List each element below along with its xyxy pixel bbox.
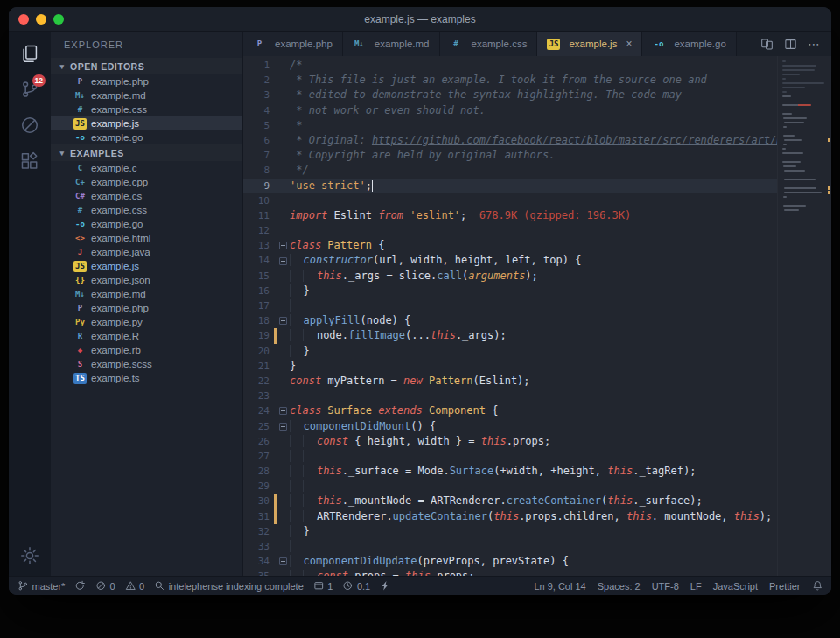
fold-indicator <box>276 479 290 494</box>
open-editors-header[interactable]: ▾ OPEN EDITORS <box>51 58 242 74</box>
extensions-icon[interactable] <box>18 150 41 172</box>
code-area[interactable]: 1/*2 * This file is just an example. I t… <box>243 56 777 576</box>
code-line: 9'use strict'; <box>243 179 777 193</box>
file-type-icon: -o <box>652 39 665 50</box>
file-item[interactable]: M↓example.md <box>51 287 242 301</box>
line-number: 12 <box>243 223 270 238</box>
file-item[interactable]: #example.css <box>51 203 242 217</box>
editor-tab[interactable]: Pexample.php <box>243 32 343 56</box>
status-bar: master*00intelephense indexing complete1… <box>9 576 831 595</box>
file-item[interactable]: JSexample.js <box>51 259 242 273</box>
window-icon <box>313 580 325 592</box>
fold-indicator[interactable] <box>276 253 290 268</box>
status-error[interactable]: 0 <box>95 580 116 592</box>
fold-indicator[interactable] <box>276 419 290 434</box>
status-notifications[interactable] <box>812 580 823 592</box>
fold-indicator[interactable] <box>276 313 290 328</box>
file-name: example.css <box>91 104 147 115</box>
file-item[interactable]: TSexample.ts <box>51 371 242 385</box>
editor-tab[interactable]: -oexample.go <box>642 32 736 56</box>
minimap-line <box>782 69 815 71</box>
code-text: this._mountNode = ARTRenderer.createCont… <box>290 494 777 508</box>
status-indicator[interactable]: Prettier <box>769 581 800 592</box>
status-clock[interactable]: 0.1 <box>342 580 370 592</box>
code-line: 16 } <box>243 284 777 298</box>
file-item[interactable]: C+example.cpp <box>51 175 242 189</box>
status-warning[interactable]: 0 <box>125 580 145 592</box>
status-indicator[interactable]: Ln 9, Col 14 <box>534 581 585 592</box>
file-name: example.css <box>91 205 147 215</box>
file-item[interactable]: C#example.cs <box>51 189 242 203</box>
open-editor-item[interactable]: -oexample.go <box>51 130 242 144</box>
code-text: } <box>290 524 777 539</box>
status-search[interactable]: intelephense indexing complete <box>154 580 304 592</box>
code-line: 3 * edited to demonstrate the syntax hig… <box>243 88 777 102</box>
code-text: componentDidMount() { <box>290 419 777 434</box>
file-item[interactable]: <>example.html <box>51 231 242 245</box>
code-line: 18 applyFill(node) { <box>243 313 777 328</box>
file-item[interactable]: -oexample.go <box>51 217 242 231</box>
file-item[interactable]: Pexample.php <box>51 301 242 315</box>
minimap-line <box>784 179 816 180</box>
status-bar-left: master*00intelephense indexing complete1… <box>18 580 391 592</box>
line-number: 26 <box>243 434 270 449</box>
open-editor-item[interactable]: JSexample.js <box>51 116 242 130</box>
chevron-down-icon: ▾ <box>58 149 66 158</box>
editor-tab[interactable]: #example.css <box>440 32 538 56</box>
explorer-icon[interactable] <box>18 42 41 65</box>
close-icon[interactable]: × <box>626 38 632 50</box>
file-item[interactable]: Cexample.c <box>51 161 242 175</box>
open-editors-label: OPEN EDITORS <box>70 61 144 72</box>
file-type-icon: <> <box>74 233 87 244</box>
split-editor-icon[interactable] <box>784 38 797 51</box>
code-editor[interactable]: 1/*2 * This file is just an example. I t… <box>243 56 831 576</box>
minimap-line <box>782 74 800 75</box>
source-control-icon[interactable]: 12 <box>18 78 41 101</box>
file-item[interactable]: Pyexample.py <box>51 315 242 329</box>
minimap[interactable] <box>777 56 831 576</box>
fold-indicator <box>276 223 290 238</box>
editor-tab[interactable]: JSexample.js× <box>537 32 642 56</box>
open-editor-item[interactable]: #example.css <box>51 102 242 116</box>
status-sync[interactable] <box>74 580 86 592</box>
fold-indicator <box>276 163 290 178</box>
fold-indicator[interactable] <box>276 403 290 418</box>
status-indicator[interactable]: LF <box>690 581 702 592</box>
open-changes-icon[interactable] <box>760 38 774 51</box>
editor-tab[interactable]: M↓example.md <box>343 32 440 56</box>
line-number: 20 <box>243 344 270 359</box>
code-line: 6 * Original: https://github.com/faceboo… <box>243 133 777 148</box>
status-zap[interactable] <box>380 580 391 592</box>
open-editor-item[interactable]: Pexample.php <box>51 74 242 88</box>
status-indicator[interactable]: JavaScript <box>713 581 758 592</box>
more-actions-icon[interactable]: ⋯ <box>808 39 821 48</box>
fold-indicator <box>276 208 290 223</box>
file-name: example.R <box>91 331 139 341</box>
line-number: 7 <box>243 148 270 163</box>
file-item[interactable]: Sexample.scss <box>51 357 242 371</box>
minimap-line <box>782 78 786 80</box>
file-item[interactable]: ◆example.rb <box>51 343 242 357</box>
minimap-line <box>784 187 816 189</box>
file-name: example.py <box>91 317 143 327</box>
overview-modified-mark <box>828 191 830 194</box>
examples-folder-header[interactable]: ▾ EXAMPLES <box>51 144 242 161</box>
file-item[interactable]: {}example.json <box>51 273 242 287</box>
status-indicator[interactable]: Spaces: 2 <box>598 581 640 592</box>
file-item[interactable]: Jexample.java <box>51 245 242 259</box>
fold-indicator <box>276 449 290 464</box>
fold-indicator[interactable] <box>276 238 290 253</box>
status-window[interactable]: 1 <box>313 580 333 592</box>
status-branch[interactable]: master* <box>18 580 65 592</box>
fold-indicator <box>276 284 290 298</box>
settings-gear-icon[interactable] <box>18 544 41 567</box>
open-editor-item[interactable]: M↓example.md <box>51 88 242 102</box>
file-item[interactable]: Rexample.R <box>51 329 242 343</box>
fold-indicator <box>276 88 290 102</box>
status-indicator[interactable]: UTF-8 <box>652 581 679 592</box>
code-text: ARTRenderer.updateContainer(this.props.c… <box>290 509 777 524</box>
fold-indicator[interactable] <box>276 554 290 569</box>
code-line: 17 <box>243 298 777 313</box>
minimap-line <box>782 104 811 106</box>
circle-slash-icon[interactable] <box>18 114 41 137</box>
